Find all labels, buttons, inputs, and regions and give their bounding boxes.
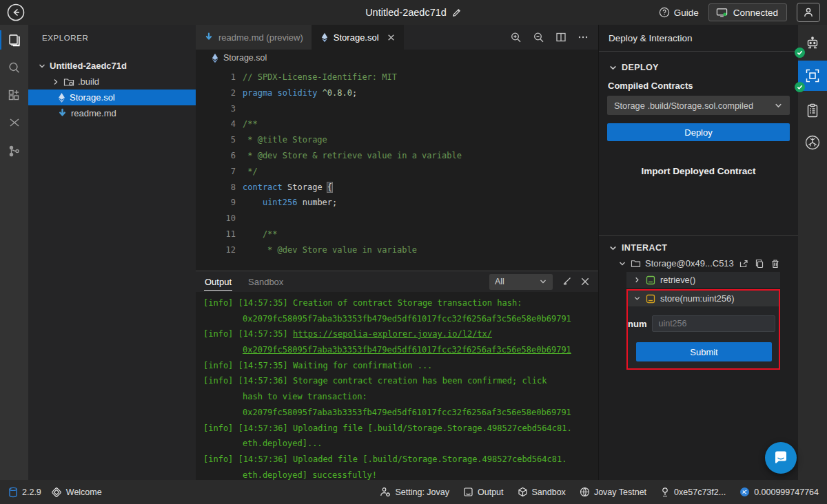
activity-search[interactable] — [0, 56, 28, 78]
pencil-icon[interactable] — [451, 8, 462, 18]
activity-files[interactable] — [0, 29, 28, 51]
log-filter-select[interactable]: All — [489, 274, 553, 290]
close-icon[interactable] — [387, 33, 396, 42]
activity-git[interactable] — [0, 140, 28, 162]
welcome-label: Welcome — [66, 487, 102, 497]
close-icon[interactable] — [580, 277, 590, 286]
deployed-contract-row[interactable]: Storage@0x49...C513 — [599, 258, 798, 269]
app-window: Untitled-2aedc71d Guide Connected — [0, 0, 827, 504]
status-network[interactable]: Jovay Testnet — [580, 487, 646, 497]
trash-icon[interactable] — [770, 259, 780, 269]
chevron-down-icon — [38, 62, 46, 70]
function-retrieve-row[interactable]: retrieve() — [626, 272, 780, 288]
interact-section-header[interactable]: INTERACT — [599, 243, 798, 253]
deploy-icon — [804, 67, 821, 84]
import-deployed-contract-link[interactable]: Import Deployed Contract — [599, 166, 798, 176]
sandbox-label: Sandbox — [532, 487, 566, 497]
activity-deploy[interactable] — [798, 61, 827, 91]
submit-button[interactable]: Submit — [636, 342, 772, 361]
deploy-section-header[interactable]: DEPLOY — [599, 63, 798, 72]
copy-icon[interactable] — [755, 259, 764, 269]
log-line: [info] [14:57:35] Waiting for confirmati… — [203, 358, 591, 374]
activity-gpt[interactable] — [798, 129, 827, 156]
status-sandbox[interactable]: Sandbox — [518, 487, 566, 497]
chevron-down-icon — [774, 101, 783, 110]
ellipsis-icon[interactable] — [578, 32, 589, 43]
tree-root-label: Untitled-2aedc71d — [50, 61, 127, 71]
log-line: [info] [14:57:36] Uploaded file [.build/… — [203, 452, 591, 468]
guide-button[interactable]: Guide — [659, 7, 699, 18]
log-link[interactable]: https://sepolia-explorer.jovay.io/l2/tx/ — [293, 329, 492, 339]
line-number: 12 — [196, 242, 236, 258]
param-name-label: num — [628, 319, 646, 329]
check-badge-icon — [795, 82, 805, 92]
section-divider — [599, 235, 798, 236]
log-line: [info] [14:57:35] https://sepolia-explor… — [203, 326, 591, 342]
line-number: 11 — [196, 227, 236, 242]
broom-icon[interactable] — [561, 276, 572, 287]
connected-button[interactable]: Connected — [708, 3, 787, 21]
line-number: 10 — [196, 211, 236, 227]
status-address[interactable]: 0xe57c73f2... — [660, 487, 726, 497]
external-link-icon[interactable] — [739, 259, 748, 269]
code-lines: 1// SPDX-License-Identifier: MIT2pragma … — [196, 70, 598, 258]
store-function-highlight-box: store(num:uint256) num Submit — [626, 289, 780, 370]
status-balance[interactable]: 0.000999747764 — [739, 487, 819, 497]
chevron-down-icon — [609, 244, 617, 253]
question-circle-icon — [659, 7, 670, 18]
person-gear-icon — [380, 487, 391, 497]
tab-storage-sol[interactable]: Storage.sol — [312, 25, 404, 50]
status-bar: 2.2.9 Welcome Setting: Jovay — [0, 480, 827, 504]
back-button[interactable] — [7, 3, 25, 21]
ethereum-icon — [320, 32, 329, 43]
markdown-icon — [204, 32, 214, 42]
panel-title: Deploy & Interaction — [599, 25, 798, 52]
status-welcome[interactable]: Welcome — [51, 487, 102, 498]
user-button[interactable] — [797, 3, 820, 22]
workspace-title: Untitled-2aedc71d — [365, 7, 447, 18]
num-input[interactable] — [652, 315, 775, 332]
explorer-title: EXPLORER — [28, 25, 196, 51]
activity-extensions[interactable] — [0, 84, 28, 106]
function-store-row[interactable]: store(num:uint256) — [628, 291, 779, 306]
setting-label: Setting: Jovay — [395, 487, 449, 497]
tab-readme[interactable]: readme.md (preview) — [196, 25, 312, 50]
tree-root[interactable]: Untitled-2aedc71d — [28, 58, 196, 74]
chat-widget-button[interactable] — [765, 442, 797, 474]
tree-item-storage-sol[interactable]: Storage.sol — [28, 90, 196, 105]
status-version[interactable]: 2.2.9 — [8, 487, 41, 498]
deploy-button[interactable]: Deploy — [607, 123, 790, 141]
code-line: 9 uint256 number; — [196, 195, 598, 211]
activity-tasks[interactable] — [798, 98, 827, 124]
line-number: 8 — [196, 180, 236, 196]
log-link[interactable]: 0x2079fc58095f7aba3b3353fb479ed5df61017f… — [243, 345, 571, 355]
output-panel-icon — [463, 487, 473, 497]
code-line: 3 — [196, 101, 598, 117]
compiled-contract-value: Storage .build/Storage.sol.compiled — [614, 101, 753, 111]
activity-compile[interactable] — [0, 112, 28, 134]
output-tab[interactable]: Output — [204, 273, 232, 291]
code-editor[interactable]: 1// SPDX-License-Identifier: MIT2pragma … — [196, 66, 598, 271]
log-line: eth.deployed] successfully! — [203, 468, 591, 480]
function-read-icon — [646, 275, 655, 285]
zoom-out-icon[interactable] — [533, 32, 544, 43]
database-icon — [8, 487, 18, 498]
activity-ai-assistant[interactable] — [798, 30, 827, 56]
line-number: 1 — [196, 70, 236, 85]
status-setting[interactable]: Setting: Jovay — [380, 487, 449, 497]
log-line: [info] [14:57:36] Uploading file [.build… — [203, 421, 591, 437]
breadcrumb[interactable]: Storage.sol — [196, 50, 598, 66]
chevron-right-icon — [633, 276, 641, 284]
package-icon — [518, 487, 528, 497]
editor-group: readme.md (preview) Storage.sol — [196, 25, 598, 480]
version-label: 2.2.9 — [22, 487, 41, 497]
explorer-panel: EXPLORER Untitled-2aedc71d .build — [28, 25, 196, 480]
split-editor-icon[interactable] — [555, 32, 566, 43]
sandbox-tab[interactable]: Sandbox — [247, 273, 284, 290]
status-output[interactable]: Output — [463, 487, 504, 497]
compiled-contract-select[interactable]: Storage .build/Storage.sol.compiled — [607, 96, 790, 115]
tree-item-readme-md[interactable]: readme.md — [28, 105, 196, 121]
globe-icon — [580, 487, 590, 497]
tree-item-build[interactable]: .build — [28, 74, 196, 90]
zoom-in-icon[interactable] — [510, 32, 522, 43]
